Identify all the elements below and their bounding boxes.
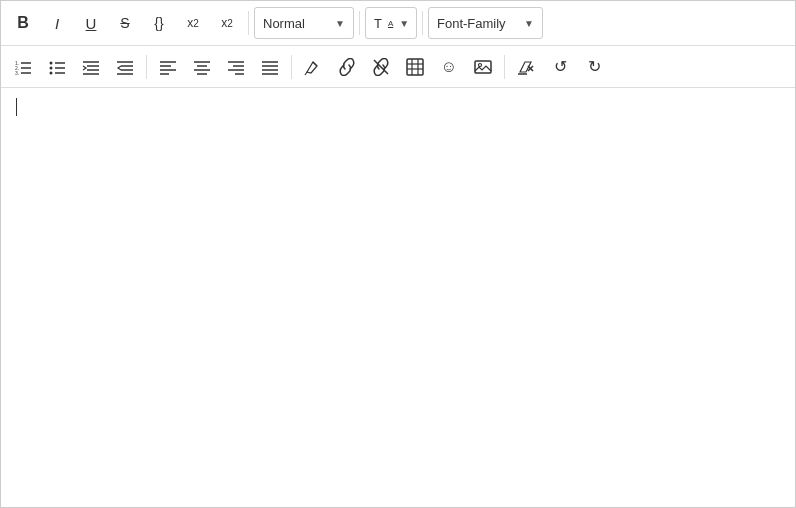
undo-button[interactable]: ↺ — [544, 51, 576, 83]
marker-icon — [304, 58, 322, 76]
clear-formatting-button[interactable] — [510, 51, 542, 83]
svg-line-36 — [313, 62, 317, 66]
toolbar-row1: B I U S {} x2 x2 Normal ▼ T A ▼ Font-Fam… — [1, 1, 795, 46]
text-underline-indicator: A — [388, 19, 393, 28]
table-button[interactable] — [399, 51, 431, 83]
editor-content-area[interactable] — [1, 88, 795, 507]
unlink-button[interactable] — [365, 51, 397, 83]
align-justify-icon — [261, 58, 279, 76]
link-button[interactable] — [331, 51, 363, 83]
normal-dropdown-label: Normal — [263, 16, 305, 31]
align-right-icon — [227, 58, 245, 76]
superscript-button[interactable]: x2 — [177, 7, 209, 39]
align-left-icon — [159, 58, 177, 76]
separator2 — [359, 11, 360, 35]
align-center-button[interactable] — [186, 51, 218, 83]
indent-increase-icon — [82, 58, 100, 76]
svg-point-45 — [479, 63, 482, 66]
align-center-icon — [193, 58, 211, 76]
normal-dropdown[interactable]: Normal ▼ — [254, 7, 354, 39]
unordered-list-icon — [48, 58, 66, 76]
image-icon — [474, 58, 492, 76]
svg-point-6 — [50, 61, 53, 64]
separator5 — [291, 55, 292, 79]
align-left-button[interactable] — [152, 51, 184, 83]
svg-rect-44 — [475, 61, 491, 73]
indent-increase-button[interactable] — [75, 51, 107, 83]
svg-rect-39 — [407, 59, 423, 75]
svg-text:3.: 3. — [15, 70, 19, 76]
toolbar-row2: 1. 2. 3. — [1, 46, 795, 88]
text-dropdown-arrow: ▼ — [399, 18, 409, 29]
text-style-dropdown[interactable]: T A ▼ — [365, 7, 417, 39]
editor-container: B I U S {} x2 x2 Normal ▼ T A ▼ Font-Fam… — [0, 0, 796, 508]
marker-button[interactable] — [297, 51, 329, 83]
strikethrough-button[interactable]: S — [109, 7, 141, 39]
redo-button[interactable]: ↻ — [578, 51, 610, 83]
align-justify-button[interactable] — [254, 51, 286, 83]
link-icon — [338, 58, 356, 76]
bold-button[interactable]: B — [7, 7, 39, 39]
svg-point-8 — [50, 71, 53, 74]
separator4 — [146, 55, 147, 79]
font-family-dropdown[interactable]: Font-Family ▼ — [428, 7, 543, 39]
text-style-label: T — [374, 16, 382, 31]
subscript-button[interactable]: x2 — [211, 7, 243, 39]
svg-line-37 — [305, 72, 307, 75]
image-button[interactable] — [467, 51, 499, 83]
unlink-icon — [372, 58, 390, 76]
ordered-list-button[interactable]: 1. 2. 3. — [7, 51, 39, 83]
text-cursor — [16, 98, 17, 116]
underline-button[interactable]: U — [75, 7, 107, 39]
svg-point-7 — [50, 66, 53, 69]
clear-icon — [517, 58, 535, 76]
table-icon — [406, 58, 424, 76]
emoji-button[interactable]: ☺ — [433, 51, 465, 83]
code-button[interactable]: {} — [143, 7, 175, 39]
unordered-list-button[interactable] — [41, 51, 73, 83]
indent-decrease-button[interactable] — [109, 51, 141, 83]
font-dropdown-arrow: ▼ — [524, 18, 534, 29]
separator6 — [504, 55, 505, 79]
normal-dropdown-arrow: ▼ — [335, 18, 345, 29]
separator1 — [248, 11, 249, 35]
ordered-list-icon: 1. 2. 3. — [14, 58, 32, 76]
italic-button[interactable]: I — [41, 7, 73, 39]
indent-decrease-icon — [116, 58, 134, 76]
separator3 — [422, 11, 423, 35]
align-right-button[interactable] — [220, 51, 252, 83]
font-family-label: Font-Family — [437, 16, 506, 31]
